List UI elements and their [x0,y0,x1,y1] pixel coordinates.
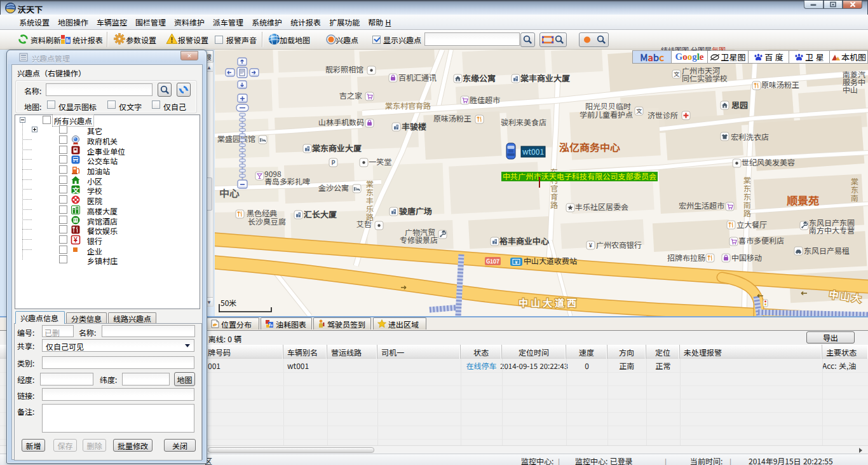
svg-text:东风日产易租: 东风日产易租 [804,245,850,256]
svg-text:骏利来美食店: 骏利来美食店 [501,116,546,127]
svg-text:长沙臭豆腐: 长沙臭豆腐 [248,216,286,226]
svg-text:宏利洗衣店: 宏利洗衣店 [731,131,769,142]
svg-text:济世诊所: 济世诊所 [648,109,678,120]
svg-text:学前儿童看护点: 学前儿童看护点 [580,109,633,120]
svg-text:世纪风美发美容: 世纪风美发美容 [742,156,795,167]
svg-text:棠盛园宾馆: 棠盛园宾馆 [217,133,255,144]
svg-text:棠东南: 棠东南 [851,176,858,203]
svg-text:文: 文 [636,107,642,115]
svg-text:广州农商银行: 广州农商银行 [596,239,642,250]
svg-text:中山: 中山 [843,84,858,95]
svg-text:棠东商业大厦: 棠东商业大厦 [311,142,362,154]
svg-text:金沙公寓: 金沙公寓 [318,182,349,193]
svg-text:中山大道收费站: 中山大道收费站 [524,255,577,266]
svg-text:东缘公寓: 东缘公寓 [463,72,496,84]
svg-text:靓彩照相馆: 靓彩照相馆 [325,64,363,74]
svg-text:棠丰商业大厦: 棠丰商业大厦 [520,72,571,84]
svg-text:顺景苑: 顺景苑 [787,192,819,208]
svg-text:中山大道西: 中山大道西 [519,296,579,309]
svg-text:南方中大专营: 南方中大专营 [809,225,855,235]
svg-text:百机汇通讯: 百机汇通讯 [398,72,437,83]
svg-text:50米: 50米 [220,297,236,308]
svg-text:青岛多彩扎啤: 青岛多彩扎啤 [264,176,310,186]
svg-text:骏唐广场: 骏唐广场 [399,205,432,217]
svg-text:文: 文 [674,70,679,78]
svg-text:wt001: wt001 [522,146,544,156]
svg-text:¥: ¥ [515,259,518,265]
svg-text:丰乐社区居委会: 丰乐社区居委会 [575,201,628,212]
svg-text:中心: 中心 [219,185,240,200]
svg-text:一笑堂: 一笑堂 [369,156,391,167]
svg-text:裕丰商业中心: 裕丰商业中心 [499,235,549,247]
svg-text:G107: G107 [486,257,499,265]
svg-text:¥: ¥ [73,235,78,244]
svg-text:文: 文 [72,184,80,195]
svg-text:泓亿商务中心: 泓亿商务中心 [559,139,620,155]
svg-text:原味汤粉王: 原味汤粉王 [433,113,471,123]
svg-text:棠东丰乐路: 棠东丰乐路 [366,178,374,222]
svg-text:¥: ¥ [589,240,593,249]
svg-text:吉之家: 吉之家 [339,90,362,101]
svg-text:原味汤粉王: 原味汤粉王 [761,79,799,90]
svg-text:喜市多便利店: 喜市多便利店 [738,235,784,246]
svg-text:胜佳超市: 胜佳超市 [470,94,500,105]
svg-text:汇长大厦: 汇长大厦 [303,208,337,220]
svg-text:P: P [331,158,335,167]
svg-text:思园: 思园 [731,99,748,111]
svg-text:艾哲: 艾哲 [356,218,372,229]
svg-text:宏州生活超市: 宏州生活超市 [679,200,724,211]
svg-text:中共广州市沃天电子科技有限公司支部委员会: 中共广州市沃天电子科技有限公司支部委员会 [503,170,656,181]
svg-text:招牌布拉肠: 招牌布拉肠 [667,252,705,263]
svg-text:同仁实验学校: 同仁实验学校 [682,73,728,83]
svg-text:棠东村官育路: 棠东村官育路 [385,100,431,111]
svg-text:山林手机数码: 山林手机数码 [318,116,364,127]
svg-text:专修骏景店: 专修骏景店 [400,234,438,245]
svg-text:中国移动: 中国移动 [731,252,762,263]
svg-text:立大餐厅: 立大餐厅 [736,219,767,230]
svg-text:丰骏楼: 丰骏楼 [402,120,426,132]
svg-text:棠东东南路: 棠东东南路 [743,174,751,218]
